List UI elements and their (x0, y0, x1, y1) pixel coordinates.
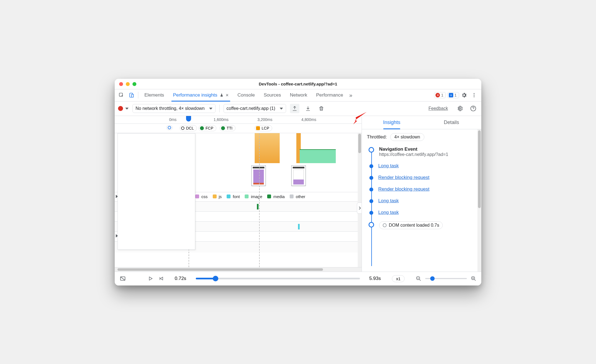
insight-long-task[interactable]: Long task (369, 210, 479, 215)
legend-swatch-media (267, 194, 271, 198)
milestone-dcl[interactable]: DCL (180, 125, 197, 131)
error-icon: ✕ (435, 93, 440, 97)
more-tabs-button[interactable]: » (348, 92, 354, 98)
panel-settings-icon[interactable] (455, 104, 465, 113)
export-icon[interactable] (290, 104, 299, 113)
speed-chip[interactable]: x1 (392, 275, 405, 282)
play-button[interactable] (148, 276, 153, 281)
timeline-node-icon (369, 164, 373, 168)
insight-long-task[interactable]: Long task (369, 198, 479, 204)
tab-performance[interactable]: Performance (312, 89, 347, 101)
milestones-row: DCL FCP TTI LCP (115, 124, 362, 133)
screenshot-preview-overlay (117, 133, 195, 250)
playhead-marker[interactable] (186, 116, 191, 122)
settings-icon[interactable] (459, 90, 469, 100)
toggle-view-icon[interactable] (120, 275, 126, 282)
delete-icon[interactable] (317, 104, 326, 113)
tab-insights[interactable]: Insights (362, 116, 422, 129)
slider-knob[interactable] (213, 276, 218, 281)
screenshot-thumb[interactable] (251, 165, 266, 186)
annotation-arrow (352, 111, 367, 125)
insight-render-blocking[interactable]: Render blocking request (369, 175, 479, 180)
help-icon[interactable] (469, 104, 478, 113)
experiment-icon (220, 93, 224, 97)
maximize-window-button[interactable] (132, 82, 136, 86)
zoom-out-icon[interactable] (416, 276, 421, 281)
milestone-fcp[interactable]: FCP (199, 125, 216, 131)
feedback-link[interactable]: Feedback (429, 106, 448, 111)
timeline-node-icon (369, 211, 373, 215)
throttle-select[interactable]: No network throttling, 4× slowdown (132, 104, 216, 113)
request-bar[interactable] (298, 224, 300, 229)
screenshot-thumb[interactable] (291, 165, 306, 186)
error-count-badge[interactable]: ✕ 1 (434, 92, 446, 98)
tab-details[interactable]: Details (422, 116, 481, 129)
skip-start-button[interactable] (159, 276, 164, 281)
timeline-node-icon (369, 176, 373, 180)
close-window-button[interactable] (119, 82, 123, 86)
zoom-slider[interactable] (425, 278, 467, 279)
playback-footer: 0.72s 5.93s x1 (115, 272, 481, 285)
legend-swatch-image (245, 194, 249, 198)
page-select[interactable]: coffee-cart.netlify.app (1) (224, 104, 286, 113)
kebab-menu-icon[interactable] (469, 90, 479, 100)
flame-chart[interactable]: css js font image media other (115, 133, 362, 267)
issues-count-badge[interactable]: ≡ 1 (447, 92, 459, 98)
task-block-green[interactable] (300, 149, 336, 163)
task-block-orange[interactable] (255, 133, 280, 163)
request-bar[interactable] (257, 204, 259, 209)
legend-swatch-font (227, 194, 231, 198)
inspect-element-icon[interactable] (116, 90, 126, 100)
legend-swatch-css (195, 194, 199, 198)
end-time: 5.93s (369, 276, 381, 281)
milestone-generic[interactable] (166, 125, 172, 130)
current-time: 0.72s (175, 276, 186, 281)
time-ruler[interactable]: 0ms 1,600ms 3,200ms 4,800ms (115, 116, 362, 124)
svg-point-5 (474, 96, 474, 97)
timeline-panel: 0ms 1,600ms 3,200ms 4,800ms DCL FCP TTI … (115, 116, 362, 272)
insights-tabs: Insights Details (362, 116, 481, 129)
minimize-window-button[interactable] (126, 82, 130, 86)
throttle-info: Throttled: 4× slowdown (362, 129, 481, 144)
record-menu-chevron[interactable] (125, 108, 129, 110)
import-icon[interactable] (303, 104, 313, 113)
insight-navigation-event[interactable]: Navigation Event https://coffee-cart.net… (369, 146, 479, 157)
tab-performance-insights[interactable]: Performance insights × (169, 89, 233, 101)
insight-dom-content-loaded[interactable]: DOM content loaded 0.7s (369, 221, 479, 229)
tab-elements[interactable]: Elements (140, 89, 169, 101)
expand-sidebar-button[interactable] (357, 203, 362, 214)
close-tab-icon[interactable]: × (226, 93, 229, 98)
timeline-node-icon (369, 147, 374, 153)
record-button[interactable] (118, 106, 123, 111)
tab-sources[interactable]: Sources (259, 89, 285, 101)
device-toolbar-icon[interactable] (126, 90, 136, 100)
zoom-in-icon[interactable] (471, 276, 476, 281)
vertical-scrollbar[interactable] (358, 133, 362, 267)
playback-slider[interactable] (196, 278, 360, 279)
issues-icon: ≡ (449, 93, 453, 97)
legend-swatch-js (213, 194, 217, 198)
perf-toolbar: No network throttling, 4× slowdown coffe… (115, 102, 481, 116)
insight-render-blocking[interactable]: Render blocking request (369, 186, 479, 192)
vertical-scrollbar[interactable] (477, 129, 481, 272)
slider-knob[interactable] (430, 276, 435, 281)
circle-icon (383, 223, 387, 227)
tab-console[interactable]: Console (233, 89, 259, 101)
throttle-chip[interactable]: 4× slowdown (390, 133, 424, 141)
devtools-tab-bar: Elements Performance insights × Console … (115, 89, 481, 102)
insight-long-task[interactable]: Long task (369, 163, 479, 169)
tab-network[interactable]: Network (286, 89, 312, 101)
insights-list: Navigation Event https://coffee-cart.net… (362, 144, 481, 272)
svg-rect-2 (132, 94, 134, 97)
window-controls (119, 82, 136, 86)
svg-point-4 (474, 95, 474, 95)
milestone-tti[interactable]: TTI (220, 125, 236, 131)
timeline-node-icon (369, 188, 373, 191)
timeline-node-icon (369, 222, 374, 228)
milestone-lcp[interactable]: LCP (255, 125, 272, 131)
titlebar: DevTools - coffee-cart.netlify.app/?ad=1 (115, 79, 481, 89)
horizontal-scrollbar[interactable] (115, 267, 362, 272)
chevron-down-icon (280, 108, 283, 110)
main-area: 0ms 1,600ms 3,200ms 4,800ms DCL FCP TTI … (115, 116, 481, 272)
window-title: DevTools - coffee-cart.netlify.app/?ad=1 (259, 82, 337, 86)
